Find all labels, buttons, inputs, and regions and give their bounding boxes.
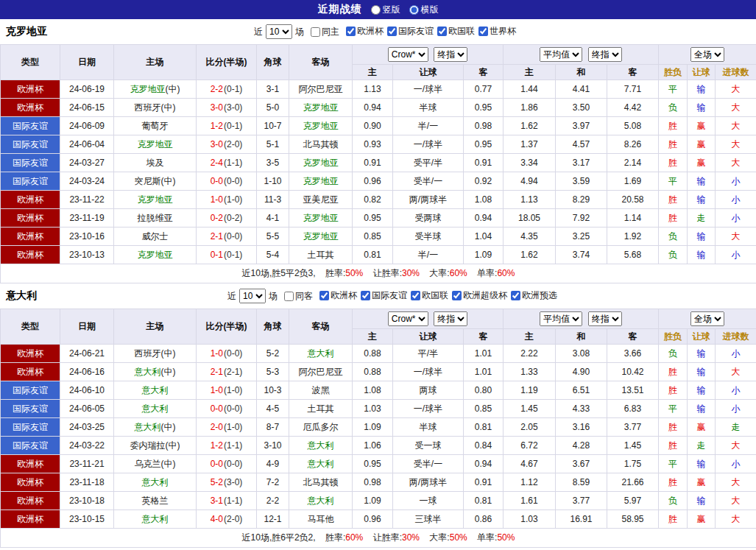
match-date: 24-06-15 (60, 99, 114, 117)
filter-bar: 近 10 场 同客 欧洲杯国际友谊欧国联欧洲超级杯欧洲预选 (227, 289, 557, 303)
score-cell: 2-0(1-0) (197, 418, 257, 437)
competition-checkbox[interactable] (478, 27, 488, 36)
team-name[interactable]: 克罗地亚 (138, 139, 173, 149)
result-handicap: 输 (688, 172, 716, 191)
odds-away: 0.81 (464, 492, 504, 510)
match-row: 国际友谊24-03-22委内瑞拉(中)1-2(1-1)3-10意大利1.06受一… (1, 437, 756, 455)
corner-score: 10-7 (257, 117, 289, 135)
avg-home-odds: 1.44 (504, 80, 556, 99)
match-row: 欧洲杯23-10-16威尔士2-1(0-0)5-5克罗地亚0.85受半球1.04… (1, 228, 756, 246)
team-name[interactable]: 克罗地亚 (303, 176, 339, 186)
sub-header-odds-home: 主 (353, 329, 393, 345)
summary-row: 近10场,胜6平2负2, 胜率:60% 让胜率:30% 大率:50% 单率:50… (1, 529, 756, 548)
competition-checkbox[interactable] (346, 27, 356, 36)
competition-checkbox[interactable] (437, 27, 447, 36)
team-name[interactable]: 意大利 (308, 459, 334, 469)
team-name[interactable]: 意大利 (308, 348, 334, 359)
result-handicap: 输 (688, 228, 716, 246)
layout-vertical-option[interactable]: 竖版 (371, 4, 400, 16)
odds-stage-select[interactable]: 终指 (434, 311, 467, 326)
competition-filter-欧洲预选[interactable]: 欧洲预选 (511, 289, 557, 302)
team-name[interactable]: 意大利 (135, 367, 161, 377)
competition-filter-欧洲杯[interactable]: 欧洲杯 (319, 289, 357, 302)
competition-filter-世界杯[interactable]: 世界杯 (478, 25, 516, 38)
match-count-select[interactable]: 10 (266, 24, 292, 39)
vertical-radio[interactable] (371, 5, 381, 15)
competition-checkbox[interactable] (387, 27, 397, 36)
team-name: 北马其顿 (303, 139, 339, 149)
team-name[interactable]: 意大利 (135, 422, 161, 432)
odds-away: 0.95 (464, 135, 504, 154)
average-stage-select[interactable]: 终指 (588, 311, 622, 326)
team-name[interactable]: 克罗地亚 (303, 213, 339, 223)
team-name: 英格兰 (142, 496, 169, 506)
fulltime-score: 1-0 (211, 194, 223, 205)
team-name[interactable]: 意大利 (308, 496, 334, 506)
period-select[interactable]: 全场 (690, 311, 724, 326)
team-name[interactable]: 克罗地亚 (303, 121, 339, 131)
match-count-select[interactable]: 10 (239, 289, 266, 303)
venue-tag: (中) (166, 84, 180, 94)
same-venue-checkbox[interactable] (284, 292, 294, 301)
competition-filter-欧国联[interactable]: 欧国联 (437, 25, 475, 38)
avg-draw-odds: 8.29 (556, 191, 607, 209)
team-name[interactable]: 克罗地亚 (138, 250, 173, 260)
sub-header-handicap-result: 让球 (688, 329, 716, 345)
score-cell: 0-0(0-0) (197, 455, 257, 473)
results-table: 类型 日期 主场 比分(半场) 角球 客场 Crow* 终指 平均值 终指 全场 (0, 309, 756, 548)
result-winlose: 负 (659, 228, 688, 246)
competition-checkbox[interactable] (319, 291, 329, 300)
team-name[interactable]: 意大利 (142, 385, 169, 395)
team-name[interactable]: 克罗地亚 (303, 102, 339, 113)
team-name[interactable]: 意大利 (308, 440, 334, 451)
avg-draw-odds: 3.74 (556, 246, 607, 264)
competition-filter-欧国联[interactable]: 欧国联 (411, 289, 448, 302)
competition-filter-欧洲超级杯[interactable]: 欧洲超级杯 (452, 289, 507, 302)
same-venue-label: 同主 (322, 26, 339, 38)
odds-away: 0.86 (464, 510, 504, 529)
team-name: 马耳他 (308, 514, 334, 524)
odds-stage-select[interactable]: 终指 (434, 47, 467, 62)
odds-header-group: Crow* 终指 (353, 45, 504, 65)
team-name[interactable]: 克罗地亚 (303, 158, 339, 168)
away-team-cell: 克罗地亚 (289, 99, 353, 117)
team-name: 土耳其 (308, 250, 334, 260)
result-handicap: 走 (688, 209, 716, 228)
period-select[interactable]: 全场 (690, 47, 724, 62)
bookmaker-select[interactable]: Crow* (388, 311, 428, 326)
same-venue-checkbox[interactable] (311, 27, 320, 37)
team-name: 西班牙 (135, 102, 161, 113)
result-winlose: 平 (659, 455, 688, 473)
average-select[interactable]: 平均值 (540, 47, 582, 62)
away-team-cell: 土耳其 (289, 400, 353, 418)
match-type: 欧洲杯 (1, 473, 60, 492)
team-name[interactable]: 意大利 (142, 403, 169, 414)
average-stage-select[interactable]: 终指 (588, 47, 622, 62)
odds-away: 0.91 (464, 473, 504, 492)
competition-filter-国际友谊[interactable]: 国际友谊 (387, 25, 434, 38)
team-name[interactable]: 克罗地亚 (138, 194, 173, 205)
avg-draw-odds: 7.92 (556, 209, 607, 228)
corner-score: 5-5 (257, 228, 289, 246)
match-row: 欧洲杯23-11-19拉脱维亚0-2(0-2)4-1克罗地亚0.95受两球0.9… (1, 209, 756, 228)
team-name[interactable]: 意大利 (142, 477, 169, 487)
competition-checkbox[interactable] (411, 291, 420, 300)
team-name[interactable]: 意大利 (142, 514, 169, 524)
competition-checkbox[interactable] (511, 291, 520, 300)
competition-checkbox[interactable] (452, 291, 462, 300)
filter-bar: 近 10 场 同主 欧洲杯国际友谊欧国联世界杯 (254, 24, 516, 39)
same-venue-filter[interactable]: 同主 (311, 26, 339, 38)
competition-checkbox[interactable] (361, 291, 370, 300)
competition-filter-欧洲杯[interactable]: 欧洲杯 (346, 25, 384, 38)
avg-away-odds: 58.95 (607, 510, 659, 529)
team-name[interactable]: 克罗地亚 (303, 231, 339, 241)
handicap-line: 两/两球半 (393, 191, 464, 209)
team-name[interactable]: 克罗地亚 (130, 84, 166, 94)
average-select[interactable]: 平均值 (540, 311, 582, 326)
same-venue-filter[interactable]: 同客 (284, 290, 313, 303)
layout-horizontal-option[interactable]: 横版 (409, 4, 439, 16)
bookmaker-select[interactable]: Crow* (388, 47, 428, 62)
match-date: 23-11-22 (60, 191, 114, 209)
horizontal-radio[interactable] (409, 5, 419, 15)
competition-filter-国际友谊[interactable]: 国际友谊 (361, 289, 407, 302)
